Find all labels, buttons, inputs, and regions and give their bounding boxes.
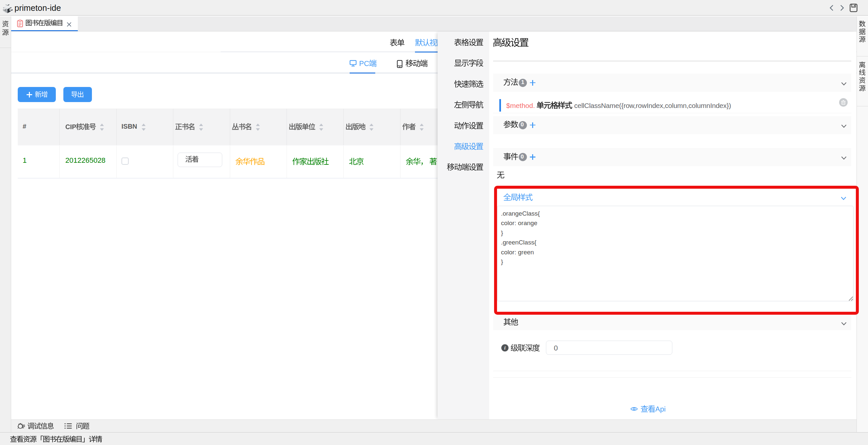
- svg-text:i: i: [504, 346, 505, 350]
